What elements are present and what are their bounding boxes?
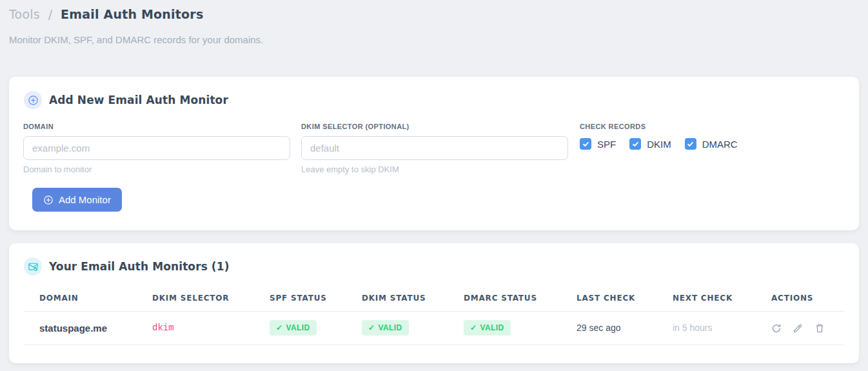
breadcrumb-tools-link[interactable]: Tools: [9, 7, 40, 21]
cell-domain: statuspage.me: [23, 312, 152, 345]
status-badge-label: VALID: [378, 323, 402, 332]
plus-circle-icon: [24, 91, 42, 109]
cell-dmarc-status: ✓ VALID: [464, 312, 577, 345]
header-last-check: LAST CHECK: [577, 286, 673, 312]
status-badge-label: VALID: [480, 323, 504, 332]
page-header: Tools / Email Auth Monitors Monitor DKIM…: [0, 0, 868, 45]
cell-dkim-selector: dkim: [152, 312, 270, 345]
table-row: statuspage.me dkim ✓ VALID ✓ VALID: [23, 312, 845, 345]
status-badge: ✓ VALID: [362, 320, 409, 336]
header-next-check: NEXT CHECK: [673, 286, 771, 312]
monitors-list-card: Your Email Auth Monitors (1) DOMAIN DKIM…: [9, 243, 859, 363]
add-monitor-button-label: Add Monitor: [59, 194, 111, 205]
cell-last-check: 29 sec ago: [577, 312, 673, 345]
checkbox-spf-label: SPF: [597, 139, 616, 150]
cell-next-check: in 5 hours: [673, 312, 771, 345]
header-dkim-selector: DKIM SELECTOR: [152, 286, 270, 312]
checkbox-dmarc[interactable]: DMARC: [685, 138, 738, 150]
check-icon: ✓: [276, 323, 282, 332]
dkim-selector-hint: Leave empty to skip DKIM: [301, 165, 568, 174]
table-header-row: DOMAIN DKIM SELECTOR SPF STATUS DKIM STA…: [23, 286, 845, 312]
checkbox-dkim-label: DKIM: [647, 139, 671, 150]
status-badge: ✓ VALID: [464, 320, 511, 336]
header-spf-status: SPF STATUS: [270, 286, 362, 312]
domain-label: DOMAIN: [23, 123, 290, 130]
add-monitor-card: Add New Email Auth Monitor DOMAIN Domain…: [9, 77, 859, 230]
check-records-group: CHECK RECORDS SPF DKIM: [580, 123, 738, 174]
edit-button[interactable]: [793, 323, 803, 334]
breadcrumb: Tools / Email Auth Monitors: [9, 7, 868, 21]
trash-icon: [814, 323, 825, 334]
header-dkim-status: DKIM STATUS: [362, 286, 464, 312]
email-check-icon: [24, 257, 42, 276]
cell-dkim-status: ✓ VALID: [362, 312, 464, 345]
domain-field-group: DOMAIN Domain to monitor: [23, 123, 290, 174]
page-title: Email Auth Monitors: [61, 7, 203, 21]
header-domain: DOMAIN: [23, 286, 152, 312]
dkim-selector-input[interactable]: [301, 136, 568, 160]
add-card-title: Add New Email Auth Monitor: [49, 94, 228, 106]
checkbox-checked-icon: [580, 138, 591, 150]
dkim-selector-label: DKIM SELECTOR (OPTIONAL): [301, 123, 568, 130]
check-icon: ✓: [368, 323, 375, 332]
plus-circle-icon: [43, 195, 54, 205]
status-badge-label: VALID: [286, 323, 310, 332]
cell-spf-status: ✓ VALID: [270, 312, 362, 345]
check-icon: ✓: [470, 323, 477, 332]
breadcrumb-separator: /: [48, 7, 53, 21]
monitors-table: DOMAIN DKIM SELECTOR SPF STATUS DKIM STA…: [23, 286, 845, 345]
page-subtitle: Monitor DKIM, SPF, and DMARC records for…: [9, 34, 868, 45]
domain-input[interactable]: [23, 136, 290, 160]
checkbox-checked-icon: [629, 138, 641, 150]
checkbox-dmarc-label: DMARC: [702, 139, 738, 150]
cell-actions: [771, 312, 845, 345]
status-badge: ✓ VALID: [270, 320, 317, 336]
dkim-selector-field-group: DKIM SELECTOR (OPTIONAL) Leave empty to …: [301, 123, 568, 174]
header-dmarc-status: DMARC STATUS: [464, 286, 577, 312]
add-monitor-button[interactable]: Add Monitor: [32, 188, 122, 212]
domain-hint: Domain to monitor: [23, 165, 290, 174]
monitors-card-title: Your Email Auth Monitors (1): [49, 260, 230, 273]
refresh-icon: [771, 323, 782, 334]
checkbox-spf[interactable]: SPF: [580, 138, 616, 150]
header-actions: ACTIONS: [771, 286, 845, 312]
check-records-label: CHECK RECORDS: [580, 123, 738, 130]
refresh-button[interactable]: [771, 323, 782, 334]
pencil-icon: [793, 323, 803, 334]
checkbox-checked-icon: [685, 138, 696, 150]
checkbox-dkim[interactable]: DKIM: [629, 138, 671, 150]
delete-button[interactable]: [814, 323, 825, 334]
